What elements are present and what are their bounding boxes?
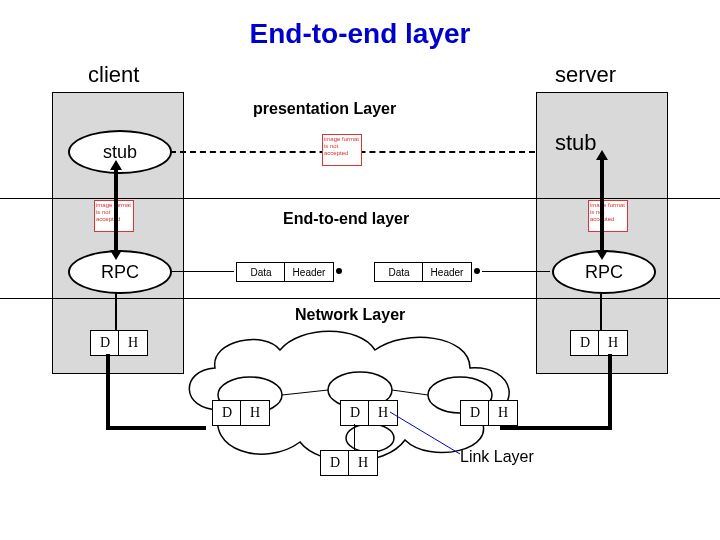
server-rpc-text: RPC bbox=[585, 262, 623, 283]
client-d-box: D bbox=[90, 330, 120, 356]
svg-marker-2 bbox=[596, 150, 608, 160]
rpc-packet-line-right bbox=[482, 271, 550, 272]
client-down-line bbox=[106, 388, 110, 430]
packet-header-2: Header bbox=[422, 262, 472, 282]
endtoend-layer-label: End-to-end layer bbox=[283, 210, 409, 228]
client-arrowheads bbox=[107, 160, 125, 260]
hop3-h: H bbox=[488, 400, 518, 426]
svg-marker-1 bbox=[110, 250, 122, 260]
placeholder-top: image format is not accepted bbox=[322, 134, 362, 166]
divider-2 bbox=[0, 298, 720, 299]
hop4-d: D bbox=[320, 450, 350, 476]
svg-marker-0 bbox=[110, 160, 122, 170]
hop2-to-hop4-line bbox=[354, 424, 355, 450]
client-rpc-dh-line bbox=[115, 292, 117, 330]
server-d-box: D bbox=[570, 330, 600, 356]
client-rpc-text: RPC bbox=[101, 262, 139, 283]
server-stub-text: stub bbox=[555, 130, 597, 156]
server-into-cloud-line bbox=[500, 426, 612, 430]
client-h-box: H bbox=[118, 330, 148, 356]
svg-line-11 bbox=[390, 412, 460, 454]
hop1-d: D bbox=[212, 400, 242, 426]
packet-dot-1 bbox=[336, 268, 342, 274]
link-layer-label: Link Layer bbox=[460, 448, 534, 466]
client-dh-down bbox=[106, 354, 110, 388]
server-down-line bbox=[608, 388, 612, 430]
presentation-layer-label: presentation Layer bbox=[253, 100, 396, 118]
packet-header-1: Header bbox=[284, 262, 334, 282]
page-title: End-to-end layer bbox=[0, 18, 720, 50]
packet-dot-2 bbox=[474, 268, 480, 274]
packet-data-2: Data bbox=[374, 262, 424, 282]
server-rpc-dh-line bbox=[600, 292, 602, 330]
packet-data-1: Data bbox=[236, 262, 286, 282]
server-dh-down bbox=[608, 354, 612, 388]
client-label: client bbox=[88, 62, 139, 88]
client-into-cloud-line bbox=[106, 426, 206, 430]
server-label: server bbox=[555, 62, 616, 88]
link-layer-pointer bbox=[390, 410, 470, 460]
hop2-d: D bbox=[340, 400, 370, 426]
server-h-box: H bbox=[598, 330, 628, 356]
server-arrowheads bbox=[593, 150, 611, 260]
rpc-packet-line-left bbox=[170, 271, 234, 272]
hop4-h: H bbox=[348, 450, 378, 476]
hop1-h: H bbox=[240, 400, 270, 426]
svg-marker-3 bbox=[596, 250, 608, 260]
